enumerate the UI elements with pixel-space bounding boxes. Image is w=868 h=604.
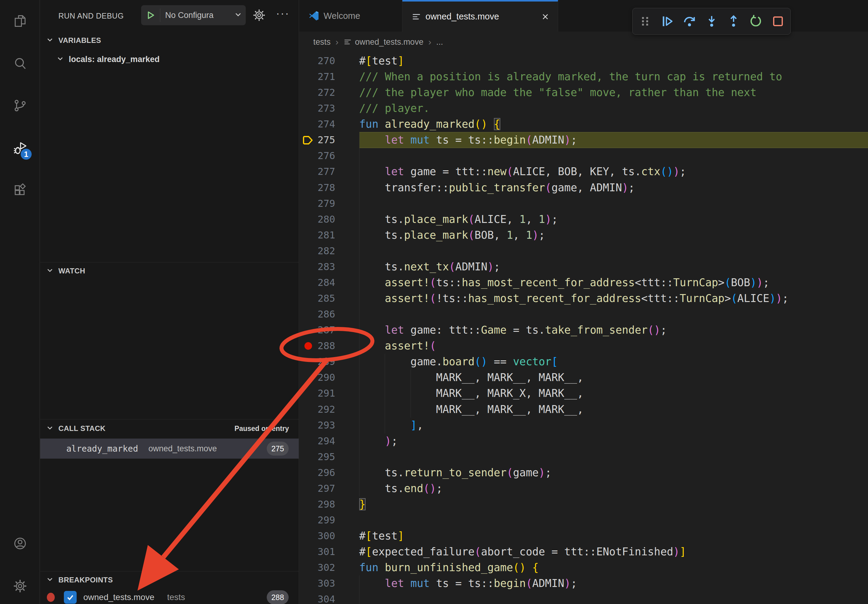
gutter[interactable] <box>302 433 315 449</box>
gutter[interactable] <box>302 211 315 228</box>
section-variables[interactable]: VARIABLES <box>40 33 299 48</box>
tab-welcome[interactable]: Welcome <box>299 0 402 32</box>
gutter[interactable] <box>302 417 315 434</box>
gutter[interactable] <box>302 370 315 386</box>
code-line[interactable]: 279 <box>299 195 868 212</box>
breakpoint-checkbox[interactable] <box>64 591 77 604</box>
code-line[interactable]: 298} <box>299 496 868 513</box>
sidebar-item-source-control[interactable] <box>0 89 40 122</box>
code-line[interactable]: 278 transfer::public_transfer(game, ADMI… <box>299 180 868 196</box>
gutter[interactable] <box>302 290 315 307</box>
code-line[interactable]: 272/// the player who made the "false" m… <box>299 85 868 101</box>
gutter[interactable] <box>302 275 315 291</box>
gutter[interactable] <box>302 306 315 322</box>
code-line[interactable]: 292 MARK__, MARK__, MARK__, <box>299 401 868 418</box>
gutter[interactable] <box>302 148 315 164</box>
code-line[interactable]: 303 let mut ts = ts::begin(ADMIN); <box>299 575 868 592</box>
code-line[interactable]: 289 game.board() == vector[ <box>299 354 868 370</box>
tab-owned-tests[interactable]: owned_tests.move <box>402 0 558 32</box>
code-line[interactable]: 270#[test] <box>299 53 868 69</box>
gutter[interactable] <box>302 164 315 180</box>
section-breakpoints[interactable]: BREAKPOINTS <box>40 572 299 588</box>
gutter[interactable] <box>302 227 315 243</box>
code-line[interactable]: 281 ts.place_mark(BOB, 1, 1); <box>299 227 868 243</box>
code-line[interactable]: 273/// player. <box>299 101 868 116</box>
code-line[interactable]: 280 ts.place_mark(ALICE, 1, 1); <box>299 211 868 228</box>
step-into-button[interactable] <box>702 11 721 32</box>
gutter[interactable] <box>302 465 315 481</box>
gutter[interactable] <box>302 512 315 528</box>
code-line[interactable]: 302fun burn_unfinished_game() { <box>299 560 868 576</box>
gutter[interactable] <box>302 575 315 592</box>
gutter[interactable] <box>302 480 315 497</box>
drag-handle-icon[interactable] <box>636 11 655 32</box>
gutter[interactable] <box>302 53 315 69</box>
code-line[interactable]: 282 <box>299 243 868 259</box>
sidebar-item-run-and-debug[interactable]: 1 <box>0 132 40 165</box>
gutter[interactable] <box>302 322 315 338</box>
code-line[interactable]: 275 let mut ts = ts::begin(ADMIN); <box>299 132 868 148</box>
step-out-button[interactable] <box>724 11 743 32</box>
continue-button[interactable] <box>657 11 677 32</box>
gutter[interactable] <box>302 195 315 212</box>
code-line[interactable]: 296 ts.return_to_sender(game); <box>299 465 868 481</box>
gutter[interactable] <box>302 528 315 544</box>
code-view[interactable]: 270#[test]271/// When a position is alre… <box>299 52 868 604</box>
code-line[interactable]: 294 ); <box>299 433 868 449</box>
gutter[interactable] <box>302 243 315 259</box>
code-line[interactable]: 283 ts.next_tx(ADMIN); <box>299 259 868 275</box>
account-button[interactable] <box>0 527 40 560</box>
code-line[interactable]: 287 let game: ttt::Game = ts.take_from_s… <box>299 322 868 338</box>
code-line[interactable]: 295 <box>299 449 868 465</box>
code-line[interactable]: 297 ts.end(); <box>299 480 868 497</box>
gutter[interactable] <box>302 85 315 101</box>
gutter[interactable] <box>302 449 315 465</box>
gutter[interactable] <box>302 385 315 401</box>
gutter[interactable] <box>302 401 315 418</box>
gutter[interactable] <box>302 259 315 275</box>
current-line-pointer-icon[interactable] <box>302 132 315 148</box>
stop-button[interactable] <box>768 11 788 32</box>
code-line[interactable]: 276 <box>299 148 868 164</box>
section-watch[interactable]: WATCH <box>40 263 299 279</box>
gutter[interactable] <box>302 69 315 85</box>
code-line[interactable]: 271/// When a position is already marked… <box>299 69 868 85</box>
breakpoint-row[interactable]: owned_tests.move tests 288 <box>40 589 299 604</box>
gutter[interactable] <box>302 354 315 370</box>
code-line[interactable]: 285 assert!(!ts::has_most_recent_for_add… <box>299 290 868 307</box>
sidebar-item-search[interactable] <box>0 47 40 80</box>
breakpoint-gutter-icon[interactable] <box>302 338 315 354</box>
code-line[interactable]: 288 assert!( <box>299 338 868 354</box>
breadcrumb-folder[interactable]: tests <box>313 37 330 47</box>
gutter[interactable] <box>302 544 315 560</box>
code-line[interactable]: 300#[test] <box>299 528 868 544</box>
code-line[interactable]: 284 assert!(ts::has_most_recent_for_addr… <box>299 275 868 291</box>
gutter[interactable] <box>302 591 315 604</box>
code-line[interactable]: 286 <box>299 306 868 322</box>
gutter[interactable] <box>302 101 315 116</box>
code-line[interactable]: 293 ], <box>299 417 868 434</box>
gutter[interactable] <box>302 560 315 576</box>
sidebar-item-extensions[interactable] <box>0 174 40 208</box>
restart-button[interactable] <box>746 11 766 32</box>
gutter[interactable] <box>302 180 315 196</box>
close-icon[interactable] <box>541 12 550 21</box>
gutter[interactable] <box>302 496 315 513</box>
gear-icon[interactable] <box>251 7 268 24</box>
code-line[interactable]: 290 MARK__, MARK__, MARK__, <box>299 370 868 386</box>
breadcrumb-more[interactable]: ... <box>436 37 443 47</box>
variables-scope-row[interactable]: locals: already_marked <box>40 51 299 68</box>
settings-button[interactable] <box>0 569 40 603</box>
code-line[interactable]: 277 let game = ttt::new(ALICE, BOB, KEY,… <box>299 164 868 180</box>
code-line[interactable]: 301#[expected_failure(abort_code = ttt::… <box>299 544 868 560</box>
more-actions-icon[interactable]: ··· <box>273 5 293 23</box>
code-line[interactable]: 304 <box>299 591 868 604</box>
debug-config-dropdown[interactable]: No Configura <box>141 5 246 25</box>
code-line[interactable]: 299 <box>299 512 868 528</box>
code-line[interactable]: 274fun already_marked() { <box>299 116 868 132</box>
breadcrumb-file[interactable]: owned_tests.move <box>355 37 423 47</box>
call-stack-frame-row[interactable]: already_marked owned_tests.move 275 <box>40 438 299 458</box>
sidebar-item-explorer[interactable] <box>0 4 40 38</box>
code-line[interactable]: 291 MARK__, MARK_X, MARK__, <box>299 385 868 401</box>
start-debug-icon[interactable] <box>141 10 160 20</box>
